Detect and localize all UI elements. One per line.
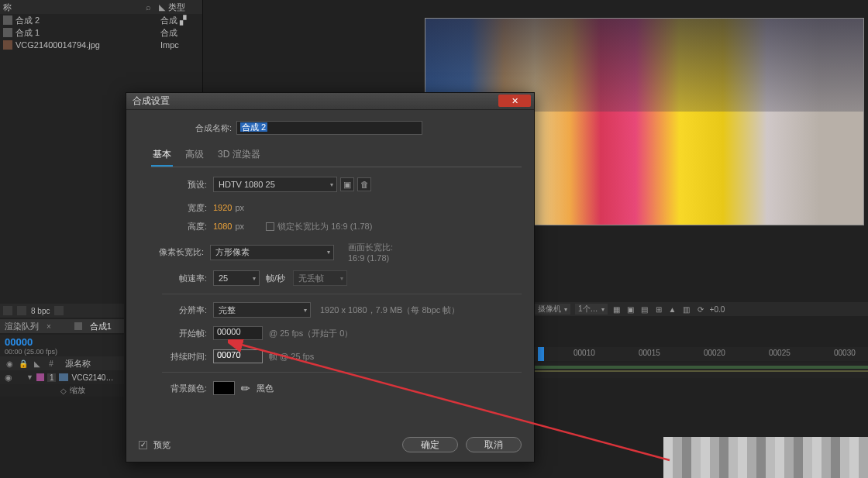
layer-row[interactable]: ◉ ▼ 1 VCG2140… [0,370,124,384]
par-label: 像素长宽比: [148,246,204,258]
project-footer: 8 bpc [0,304,124,318]
start-frame-label: 开始帧: [162,328,207,339]
ok-button[interactable]: 确定 [402,437,458,452]
resolution-select[interactable]: 完整▾ [213,302,311,318]
timeline-column-header: ◉ 🔒 ◣ # 源名称 [0,356,124,370]
eyedropper-icon[interactable]: ✎ [238,380,253,396]
item-type: 合成 [160,27,199,39]
width-label: 宽度: [162,202,207,214]
tag-icon[interactable]: ◣ [159,2,165,12]
item-type: 合成 ▞ [160,15,199,26]
settings-tabs: 基本 高级 3D 渲染器 [151,146,522,167]
start-frame-input[interactable]: 00000 [213,326,263,340]
lock-aspect-label: 锁定长宽比为 16:9 (1.78) [277,221,372,232]
hash-icon[interactable]: # [46,359,56,368]
height-value[interactable]: 1080 [213,222,232,231]
bg-color-label: 背景颜色: [162,383,207,394]
render-queue-tab[interactable]: 渲染队列 [5,321,39,332]
composition-settings-dialog: 合成设置 ✕ 合成名称: 合成 2 基本 高级 3D 渲染器 预设: HDTV … [126,92,535,463]
footage-icon [59,373,68,381]
preview-label: 预览 [153,439,170,451]
current-time-sub: 00:00 (25.00 fps) [5,348,119,356]
px-unit: px [235,203,244,212]
viewer-toolbar: 摄像机▾ 1个…▾ ▦ ▣ ▤ ⊞ ▲ ▥ ⟳ +0.0 [532,302,868,316]
frame-aspect-label: 画面长宽比: [348,242,393,253]
tab-3d-renderer[interactable]: 3D 渲染器 [216,146,262,167]
px-unit: px [235,222,244,231]
layer-index: 1 [47,373,57,382]
interpret-icon[interactable] [3,306,12,315]
fps-select[interactable]: 25▾ [213,270,260,286]
project-header: 称 ⌕ ◣ 类型 [0,0,202,14]
source-name-header[interactable]: 源名称 [65,358,91,370]
ruler-tick: 00010 [574,349,595,357]
stopwatch-icon[interactable]: ◇ [60,387,67,395]
twirl-icon[interactable]: ▼ [26,373,33,381]
lock-icon[interactable]: 🔒 [19,359,28,368]
comp-icon [3,15,12,25]
lock-aspect-checkbox[interactable] [266,222,274,231]
exposure-value[interactable]: +0.0 [710,305,725,314]
cancel-button[interactable]: 取消 [466,437,522,452]
preview-checkbox-row[interactable]: 预览 [139,439,170,451]
current-time[interactable]: 00000 [5,336,119,348]
project-row[interactable]: 合成 1 合成 [0,26,202,39]
property-name: 缩放 [70,385,85,396]
eye-toggle-icon[interactable]: ◉ [5,373,12,383]
item-name: 合成 1 [16,27,160,39]
folder-icon[interactable] [17,306,26,315]
preset-select[interactable]: HDTV 1080 25▾ [213,177,337,192]
duration-input[interactable]: 00070 [213,349,263,363]
frame-aspect-value: 16:9 (1.78) [348,253,393,263]
comp-name-input[interactable]: 合成 2 [236,121,422,135]
timecode-icon[interactable]: ⊞ [654,304,663,314]
tab-advanced[interactable]: 高级 [184,146,205,167]
views-dropdown[interactable]: 1个…▾ [575,304,608,315]
item-name: VCG21400014794.jpg [16,40,160,50]
ruler-tick: 00025 [769,349,790,357]
dialog-titlebar[interactable]: 合成设置 ✕ [126,93,534,110]
comp-tab[interactable]: 合成1 [90,321,112,332]
preview-checkbox[interactable] [139,441,147,449]
ruler-tick: 00015 [639,349,660,357]
width-value[interactable]: 1920 [213,203,232,212]
layer-color[interactable] [36,373,44,381]
tag-icon[interactable]: ◣ [33,359,42,368]
timeline-track-area[interactable] [532,363,868,378]
work-area-bar[interactable] [532,366,868,369]
bg-color-swatch[interactable] [213,381,235,395]
layer-name: VCG2140… [71,373,113,382]
reset-exposure-icon[interactable]: ⟳ [696,304,705,314]
grid-icon[interactable]: ▦ [612,304,622,314]
camera-dropdown[interactable]: 摄像机▾ [535,304,570,315]
close-button[interactable]: ✕ [498,95,531,107]
image-icon [3,40,12,50]
layer-bar[interactable] [532,370,868,372]
timeline-tabs: 渲染队列 × 合成1 [0,319,124,333]
trash-icon[interactable] [54,306,64,315]
mask-icon[interactable]: ▣ [626,304,636,314]
par-select[interactable]: 方形像素▾ [210,245,334,260]
tab-close-icon[interactable]: × [46,322,51,331]
search-icon[interactable]: ⌕ [146,2,151,12]
save-preset-icon[interactable]: ▣ [340,177,354,191]
eye-icon[interactable]: ◉ [5,359,14,368]
dialog-title: 合成设置 [133,95,170,108]
current-time-block[interactable]: 00000 00:00 (25.00 fps) [0,335,124,356]
col-name[interactable]: 称 [3,2,146,13]
duration-label: 持续时间: [162,351,207,363]
project-row[interactable]: VCG21400014794.jpg Impc [0,39,202,51]
pixel-icon[interactable]: ▤ [640,304,649,314]
bpc-label[interactable]: 8 bpc [31,307,50,315]
col-type[interactable]: 类型 [168,2,199,13]
delete-preset-icon[interactable]: 🗑 [357,177,371,191]
resolution-info: 1920 x 1080，7.9 MB（每 8bpc 帧） [320,304,460,316]
snapshot-icon[interactable]: ▲ [668,304,677,314]
comp-icon [3,28,12,37]
layer-property-row[interactable]: ◇ 缩放 [0,384,124,397]
ruler-tick: 00020 [704,349,725,357]
channel-icon[interactable]: ▥ [682,304,691,314]
project-row[interactable]: 合成 2 合成 ▞ [0,14,202,26]
tab-basic[interactable]: 基本 [151,146,173,167]
timeline-ruler[interactable]: 00010 00015 00020 00025 00030 [532,347,868,361]
